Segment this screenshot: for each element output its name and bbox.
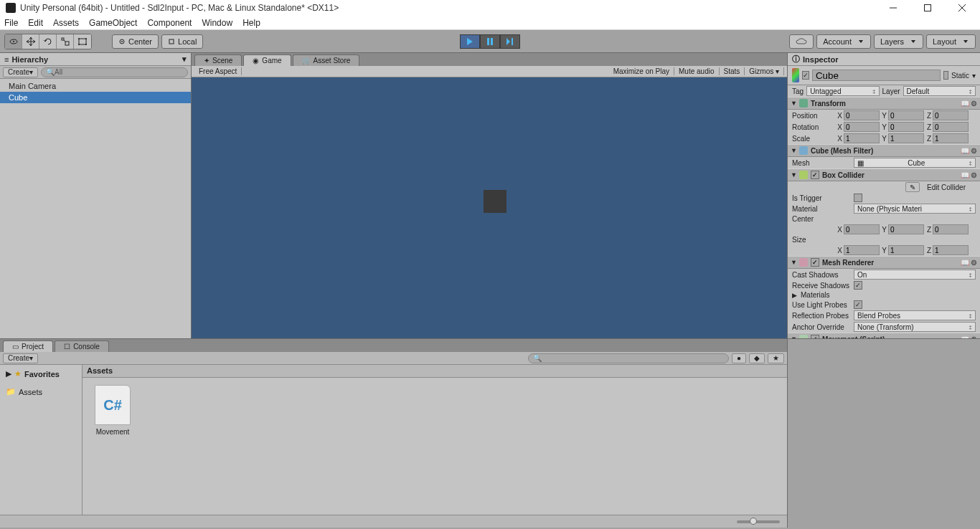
project-search[interactable]: 🔍: [528, 353, 729, 363]
anchor-override-field[interactable]: None (Transform): [854, 322, 976, 332]
hand-tool[interactable]: [5, 34, 22, 49]
help-icon[interactable]: 📖: [961, 335, 969, 339]
move-tool[interactable]: [22, 34, 39, 49]
mesh-renderer-header[interactable]: ▼ Mesh Renderer 📖 ⚙: [788, 256, 980, 269]
hierarchy-create-button[interactable]: Create ▾: [3, 67, 38, 77]
step-button[interactable]: [500, 34, 520, 49]
menu-help[interactable]: Help: [242, 18, 260, 28]
menu-edit[interactable]: Edit: [28, 18, 43, 28]
receive-shadows-checkbox[interactable]: [854, 281, 862, 290]
transform-component-header[interactable]: ▼ Transform 📖 ⚙: [788, 97, 980, 110]
scale-x[interactable]: [844, 133, 880, 143]
static-checkbox[interactable]: [943, 71, 948, 80]
menu-gameobject[interactable]: GameObject: [89, 18, 137, 28]
edit-collider-icon-button[interactable]: ✎: [905, 182, 920, 192]
rotation-x[interactable]: [844, 122, 880, 132]
layout-dropdown[interactable]: Layout: [926, 34, 976, 49]
tab-project[interactable]: ▭Project: [3, 340, 53, 352]
position-x[interactable]: [844, 110, 880, 120]
menu-file[interactable]: File: [4, 18, 18, 28]
game-view[interactable]: [192, 77, 787, 338]
tag-dropdown[interactable]: Untagged: [806, 86, 879, 96]
collider-center-x[interactable]: [844, 224, 880, 234]
asset-movement-script[interactable]: C# Movement: [90, 385, 136, 436]
close-button[interactable]: [950, 1, 974, 15]
aspect-dropdown[interactable]: Free Aspect: [194, 67, 242, 75]
maximize-button[interactable]: [915, 1, 940, 15]
tab-console[interactable]: ☐Console: [55, 340, 109, 352]
pause-button[interactable]: [480, 34, 500, 49]
pivot-rotation-button[interactable]: Local: [161, 34, 203, 49]
menu-window[interactable]: Window: [202, 18, 232, 28]
gear-icon[interactable]: ⚙: [971, 147, 977, 155]
hierarchy-tab[interactable]: ≡ Hierarchy ▾: [0, 53, 191, 66]
account-dropdown[interactable]: Account: [816, 34, 871, 49]
physics-material-field[interactable]: None (Physic Materi: [854, 204, 976, 214]
scale-y[interactable]: [888, 133, 924, 143]
script-enabled[interactable]: [811, 335, 819, 338]
box-collider-header[interactable]: ▼ Box Collider 📖 ⚙: [788, 168, 980, 181]
mute-audio-toggle[interactable]: Mute audio: [674, 67, 719, 75]
collider-size-x[interactable]: [844, 245, 880, 255]
minimize-button[interactable]: [881, 1, 905, 15]
cloud-button[interactable]: [789, 34, 814, 49]
static-dropdown-icon[interactable]: ▾: [972, 72, 976, 80]
movement-script-header[interactable]: ▼ Movement (Script) 📖 ⚙: [788, 333, 980, 338]
rect-tool[interactable]: [74, 34, 91, 49]
mesh-field[interactable]: ▦ Cube: [854, 158, 976, 168]
gizmos-dropdown[interactable]: Gizmos ▾: [745, 67, 784, 75]
gear-icon[interactable]: ⚙: [971, 259, 977, 267]
box-collider-enabled[interactable]: [811, 171, 819, 179]
collider-center-z[interactable]: [933, 224, 969, 234]
project-create-button[interactable]: Create ▾: [3, 353, 38, 363]
help-icon[interactable]: 📖: [961, 100, 969, 108]
menu-assets[interactable]: Assets: [53, 18, 79, 28]
play-button[interactable]: [460, 34, 480, 49]
help-icon[interactable]: 📖: [961, 259, 969, 267]
rotate-tool[interactable]: [39, 34, 57, 49]
collider-center-y[interactable]: [888, 224, 924, 234]
assets-folder[interactable]: 📁 Assets: [3, 386, 79, 398]
mesh-renderer-enabled[interactable]: [811, 258, 819, 267]
position-y[interactable]: [888, 110, 924, 120]
tab-asset-store[interactable]: 🛒Asset Store: [293, 54, 360, 66]
hierarchy-item-cube[interactable]: Cube: [0, 92, 191, 103]
hierarchy-item-main-camera[interactable]: Main Camera: [0, 80, 191, 92]
mesh-filter-header[interactable]: ▼ Cube (Mesh Filter) 📖 ⚙: [788, 144, 980, 157]
rotation-z[interactable]: [933, 122, 969, 132]
collider-size-y[interactable]: [888, 245, 924, 255]
search-filter-button[interactable]: ●: [732, 353, 746, 363]
search-label-button[interactable]: ◆: [749, 353, 765, 363]
rotation-y[interactable]: [888, 122, 924, 132]
reflection-probes-dropdown[interactable]: Blend Probes: [854, 310, 976, 320]
help-icon[interactable]: 📖: [961, 171, 969, 179]
menu-component[interactable]: Component: [147, 18, 192, 28]
layers-dropdown[interactable]: Layers: [874, 34, 923, 49]
materials-collapse-icon[interactable]: ▶: [792, 292, 798, 299]
cast-shadows-dropdown[interactable]: On: [854, 270, 976, 280]
gameobject-active-checkbox[interactable]: [802, 71, 809, 80]
asset-size-slider[interactable]: [737, 520, 780, 523]
search-save-button[interactable]: ★: [768, 353, 784, 363]
slider-thumb[interactable]: [750, 518, 757, 525]
gear-icon[interactable]: ⚙: [971, 100, 977, 108]
gameobject-name-field[interactable]: [812, 70, 941, 81]
project-breadcrumb[interactable]: Assets: [83, 365, 787, 378]
hierarchy-search[interactable]: 🔍 All: [41, 67, 188, 77]
inspector-tab[interactable]: ⓘInspector: [788, 53, 980, 66]
stats-toggle[interactable]: Stats: [720, 67, 745, 75]
gear-icon[interactable]: ⚙: [971, 171, 977, 179]
tab-game[interactable]: ◉Game: [243, 54, 291, 66]
maximize-on-play-toggle[interactable]: Maximize on Play: [609, 67, 674, 75]
is-trigger-checkbox[interactable]: [854, 194, 862, 202]
gear-icon[interactable]: ⚙: [971, 335, 977, 339]
scale-z[interactable]: [933, 133, 969, 143]
collider-size-z[interactable]: [933, 245, 969, 255]
tab-scene[interactable]: ✦Scene: [194, 54, 242, 66]
light-probes-checkbox[interactable]: [854, 300, 862, 309]
pivot-mode-button[interactable]: Center: [112, 34, 159, 49]
position-z[interactable]: [933, 110, 969, 120]
help-icon[interactable]: 📖: [961, 147, 969, 155]
layer-dropdown[interactable]: Default: [903, 86, 976, 96]
favorites-folder[interactable]: ▶ ★Favorites: [3, 368, 79, 380]
